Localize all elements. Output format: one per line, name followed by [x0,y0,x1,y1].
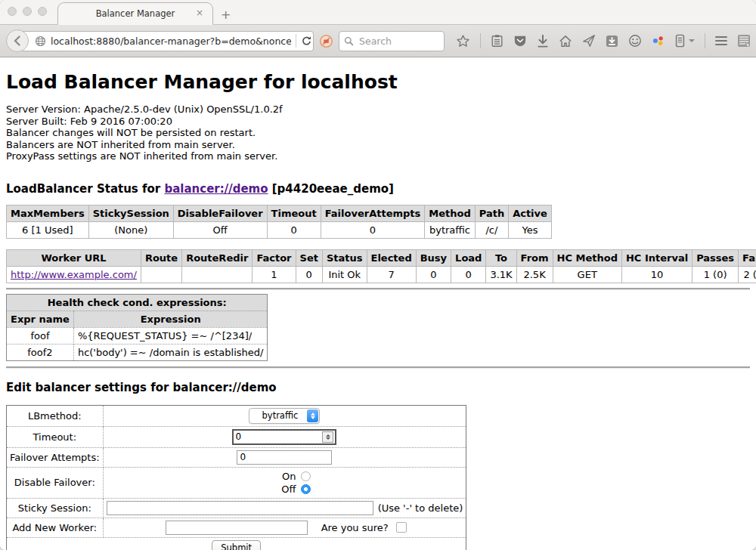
col-header: Expr name [7,311,74,327]
pocket-icon[interactable] [513,35,527,48]
add-worker-input[interactable] [166,521,308,535]
page-title: Load Balancer Manager for localhost [6,71,750,93]
new-tab-button[interactable]: + [221,9,231,21]
col-header: Status [322,249,367,266]
back-button[interactable] [6,29,29,52]
home-icon[interactable] [559,35,572,48]
close-window-button[interactable] [8,7,17,16]
cell-expression: hc('body') =~ /domain is established/ [73,344,268,360]
cell-load: 0 [451,266,486,283]
form-row-submit: Submit [7,537,466,550]
screenshot-grid-icon[interactable] [737,34,751,48]
status-heading-suffix: [p4420eeae_demo] [268,182,394,196]
feedback-smiley-icon[interactable] [628,34,642,48]
adblock-icon[interactable] [319,34,333,48]
failover-attempts-input[interactable] [237,450,332,465]
col-header: Path [475,205,508,221]
col-header: DisableFailover [173,205,267,221]
are-you-sure-checkbox[interactable] [396,522,407,533]
tab-bar: Balancer Manager × + [0,0,756,25]
notes-extension-icon[interactable] [675,34,685,48]
add-worker-label: Add New Worker: [7,518,104,537]
cell-timeout: 0 [267,221,321,238]
url-text[interactable]: localhost:8880/balancer-manager?b=demo&n… [51,36,291,47]
cell-routeredir [182,266,253,283]
radio-on-unchecked[interactable] [301,471,311,481]
col-header: RouteRedir [182,249,253,266]
health-table-title: Health check cond. expressions: [7,294,268,311]
sticky-session-input[interactable] [107,501,373,515]
overflow-caret-icon[interactable] [689,39,695,42]
url-bar[interactable]: localhost:8880/balancer-manager?b=demo&n… [17,31,314,51]
divider [6,366,750,369]
menu-icon[interactable] [715,34,727,48]
cell-from: 2.5K [516,266,553,283]
extension-download-icon[interactable] [606,35,618,48]
worker-row: http://www.example.com/ 1 0 Init Ok 7 0 … [7,266,756,283]
number-spinner-icon[interactable] [322,431,333,443]
col-header: Timeout [267,205,321,221]
balancer-settings-form: LBmethod: bytraffic Timeout: [6,405,466,550]
url-divider [296,34,296,48]
col-header: HC Method [553,249,621,266]
bookmark-star-icon[interactable] [456,34,470,48]
tab-balancer-manager[interactable]: Balancer Manager × [57,2,213,25]
off-label: Off [281,484,296,495]
table-row: foof %{REQUEST_STATUS} =~ /^[234]/ [7,327,268,344]
cell-status: Init Ok [322,266,367,283]
disable-failover-off-option[interactable]: Off [258,483,311,496]
cell-factor: 1 [253,266,296,283]
cell-method: bytraffic [425,221,475,238]
toolbar-divider [480,33,481,48]
col-header: Load [451,249,486,266]
submit-button[interactable]: Submit [212,540,261,550]
worker-url-link[interactable]: http://www.example.com/ [11,269,137,280]
disable-failover-on-option[interactable]: On [258,470,311,483]
notice-line: Balancer changes will NOT be persisted o… [6,127,750,139]
form-row-add-worker: Add New Worker: Are you sure? [7,518,466,537]
col-header: From [516,249,553,266]
form-row-lbmethod: LBmethod: bytraffic [7,405,466,426]
cell-hc-method: GET [553,266,621,283]
form-row-disable-failover: Disable Failover: On Off [7,467,466,498]
col-header: Route [141,249,181,266]
failover-attempts-label: Failover Attempts: [7,447,104,467]
tab-title: Balancer Manager [96,8,175,19]
server-info: Server Version: Apache/2.5.0-dev (Unix) … [6,104,750,162]
search-icon [344,36,354,46]
cell-failoverattempts: 0 [321,221,425,238]
back-arrow-icon [12,36,23,46]
cell-set: 0 [296,266,322,283]
send-plane-icon[interactable] [582,34,596,48]
sticky-session-note: (Use '-' to delete) [378,502,463,514]
worker-table: Worker URL Route RouteRedir Factor Set S… [6,249,756,283]
download-icon[interactable] [537,35,549,48]
zoom-window-button[interactable] [38,7,47,16]
select-stepper-icon [307,409,318,422]
lbmethod-select[interactable]: bytraffic [249,408,320,424]
cell-to: 3.1K [486,266,516,283]
sticky-session-label: Sticky Session: [7,498,104,518]
col-header: Set [296,249,322,266]
notice-line: ProxyPass settings are NOT inherited fro… [6,150,750,162]
timeout-label: Timeout: [7,426,104,447]
disable-failover-label: Disable Failover: [7,467,104,498]
radio-off-checked[interactable] [301,484,311,494]
cell-active: Yes [509,221,552,238]
tab-close-icon[interactable]: × [196,8,203,18]
balancer-demo-link[interactable]: balancer://demo [164,182,268,196]
colored-dots-extension-icon[interactable] [652,34,665,48]
col-header: Factor [253,249,296,266]
minimize-window-button[interactable] [23,7,32,16]
col-header: MaxMembers [7,205,89,221]
toolbar-divider [705,33,705,48]
search-bar[interactable] [339,31,445,51]
cell-path: /c/ [475,221,508,238]
divider [6,288,750,290]
timeout-input[interactable] [232,429,336,445]
cell-elected: 7 [367,266,416,283]
reading-list-icon[interactable] [491,34,503,48]
search-input[interactable] [358,35,436,48]
reload-icon[interactable] [301,36,312,47]
cell-passes: 1 (0) [692,266,739,283]
